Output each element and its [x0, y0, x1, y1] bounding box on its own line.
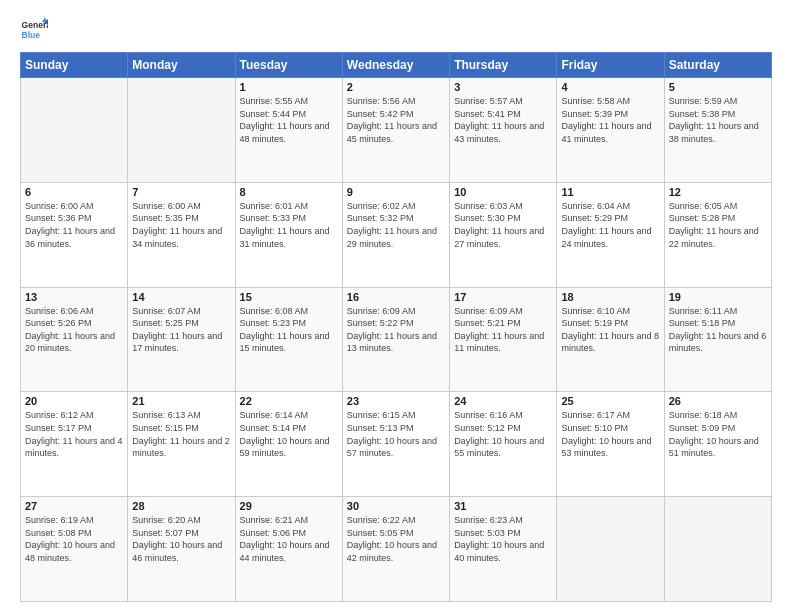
- calendar-day-5: 5Sunrise: 5:59 AMSunset: 5:38 PMDaylight…: [664, 78, 771, 183]
- cell-content-line: Daylight: 11 hours and 11 minutes.: [454, 330, 552, 355]
- calendar-week-2: 6Sunrise: 6:00 AMSunset: 5:36 PMDaylight…: [21, 182, 772, 287]
- cell-content-line: Daylight: 11 hours and 38 minutes.: [669, 120, 767, 145]
- calendar-day-23: 23Sunrise: 6:15 AMSunset: 5:13 PMDayligh…: [342, 392, 449, 497]
- cell-content-line: Sunset: 5:30 PM: [454, 212, 552, 225]
- day-number: 18: [561, 291, 659, 303]
- calendar-day-6: 6Sunrise: 6:00 AMSunset: 5:36 PMDaylight…: [21, 182, 128, 287]
- cell-content-line: Sunset: 5:26 PM: [25, 317, 123, 330]
- day-number: 19: [669, 291, 767, 303]
- cell-content-line: Sunset: 5:44 PM: [240, 108, 338, 121]
- day-number: 2: [347, 81, 445, 93]
- calendar-day-29: 29Sunrise: 6:21 AMSunset: 5:06 PMDayligh…: [235, 497, 342, 602]
- cell-content-line: Daylight: 10 hours and 57 minutes.: [347, 435, 445, 460]
- cell-content-line: Daylight: 10 hours and 46 minutes.: [132, 539, 230, 564]
- day-number: 8: [240, 186, 338, 198]
- calendar-day-2: 2Sunrise: 5:56 AMSunset: 5:42 PMDaylight…: [342, 78, 449, 183]
- empty-cell: [664, 497, 771, 602]
- calendar-day-13: 13Sunrise: 6:06 AMSunset: 5:26 PMDayligh…: [21, 287, 128, 392]
- header: General Blue: [20, 16, 772, 44]
- cell-content-line: Sunset: 5:17 PM: [25, 422, 123, 435]
- svg-text:Blue: Blue: [22, 30, 41, 40]
- cell-content-line: Daylight: 11 hours and 8 minutes.: [561, 330, 659, 355]
- calendar-week-1: 1Sunrise: 5:55 AMSunset: 5:44 PMDaylight…: [21, 78, 772, 183]
- col-header-thursday: Thursday: [450, 53, 557, 78]
- cell-content-line: Sunrise: 5:56 AM: [347, 95, 445, 108]
- day-number: 26: [669, 395, 767, 407]
- day-number: 17: [454, 291, 552, 303]
- day-number: 28: [132, 500, 230, 512]
- day-number: 6: [25, 186, 123, 198]
- cell-content-line: Sunrise: 6:23 AM: [454, 514, 552, 527]
- cell-content-line: Daylight: 11 hours and 6 minutes.: [669, 330, 767, 355]
- cell-content-line: Sunrise: 6:01 AM: [240, 200, 338, 213]
- cell-content-line: Daylight: 11 hours and 20 minutes.: [25, 330, 123, 355]
- cell-content-line: Sunrise: 6:18 AM: [669, 409, 767, 422]
- cell-content-line: Sunrise: 6:20 AM: [132, 514, 230, 527]
- cell-content-line: Sunset: 5:14 PM: [240, 422, 338, 435]
- col-header-sunday: Sunday: [21, 53, 128, 78]
- cell-content-line: Daylight: 10 hours and 53 minutes.: [561, 435, 659, 460]
- cell-content-line: Sunrise: 6:19 AM: [25, 514, 123, 527]
- cell-content-line: Sunset: 5:36 PM: [25, 212, 123, 225]
- cell-content-line: Sunset: 5:05 PM: [347, 527, 445, 540]
- cell-content-line: Daylight: 11 hours and 41 minutes.: [561, 120, 659, 145]
- calendar-day-10: 10Sunrise: 6:03 AMSunset: 5:30 PMDayligh…: [450, 182, 557, 287]
- cell-content-line: Sunset: 5:13 PM: [347, 422, 445, 435]
- cell-content-line: Daylight: 11 hours and 13 minutes.: [347, 330, 445, 355]
- day-number: 30: [347, 500, 445, 512]
- day-number: 21: [132, 395, 230, 407]
- calendar-week-5: 27Sunrise: 6:19 AMSunset: 5:08 PMDayligh…: [21, 497, 772, 602]
- cell-content-line: Sunrise: 6:21 AM: [240, 514, 338, 527]
- cell-content-line: Daylight: 10 hours and 42 minutes.: [347, 539, 445, 564]
- cell-content-line: Sunrise: 6:22 AM: [347, 514, 445, 527]
- cell-content-line: Sunrise: 5:57 AM: [454, 95, 552, 108]
- day-number: 15: [240, 291, 338, 303]
- cell-content-line: Sunset: 5:22 PM: [347, 317, 445, 330]
- cell-content-line: Daylight: 11 hours and 27 minutes.: [454, 225, 552, 250]
- calendar-table: SundayMondayTuesdayWednesdayThursdayFrid…: [20, 52, 772, 602]
- cell-content-line: Sunrise: 6:05 AM: [669, 200, 767, 213]
- cell-content-line: Daylight: 11 hours and 22 minutes.: [669, 225, 767, 250]
- cell-content-line: Daylight: 10 hours and 55 minutes.: [454, 435, 552, 460]
- cell-content-line: Daylight: 11 hours and 31 minutes.: [240, 225, 338, 250]
- col-header-saturday: Saturday: [664, 53, 771, 78]
- cell-content-line: Daylight: 11 hours and 24 minutes.: [561, 225, 659, 250]
- cell-content-line: Daylight: 11 hours and 45 minutes.: [347, 120, 445, 145]
- cell-content-line: Sunrise: 6:12 AM: [25, 409, 123, 422]
- calendar-day-31: 31Sunrise: 6:23 AMSunset: 5:03 PMDayligh…: [450, 497, 557, 602]
- cell-content-line: Sunrise: 6:10 AM: [561, 305, 659, 318]
- cell-content-line: Sunset: 5:10 PM: [561, 422, 659, 435]
- calendar-day-26: 26Sunrise: 6:18 AMSunset: 5:09 PMDayligh…: [664, 392, 771, 497]
- cell-content-line: Daylight: 10 hours and 44 minutes.: [240, 539, 338, 564]
- cell-content-line: Sunrise: 5:59 AM: [669, 95, 767, 108]
- day-number: 4: [561, 81, 659, 93]
- day-number: 11: [561, 186, 659, 198]
- cell-content-line: Sunset: 5:06 PM: [240, 527, 338, 540]
- calendar-day-21: 21Sunrise: 6:13 AMSunset: 5:15 PMDayligh…: [128, 392, 235, 497]
- calendar-week-4: 20Sunrise: 6:12 AMSunset: 5:17 PMDayligh…: [21, 392, 772, 497]
- cell-content-line: Sunrise: 5:58 AM: [561, 95, 659, 108]
- col-header-friday: Friday: [557, 53, 664, 78]
- cell-content-line: Sunrise: 6:16 AM: [454, 409, 552, 422]
- calendar-day-16: 16Sunrise: 6:09 AMSunset: 5:22 PMDayligh…: [342, 287, 449, 392]
- calendar-day-25: 25Sunrise: 6:17 AMSunset: 5:10 PMDayligh…: [557, 392, 664, 497]
- day-number: 7: [132, 186, 230, 198]
- day-number: 27: [25, 500, 123, 512]
- cell-content-line: Daylight: 11 hours and 36 minutes.: [25, 225, 123, 250]
- cell-content-line: Daylight: 11 hours and 4 minutes.: [25, 435, 123, 460]
- cell-content-line: Sunrise: 6:17 AM: [561, 409, 659, 422]
- cell-content-line: Sunrise: 5:55 AM: [240, 95, 338, 108]
- day-number: 9: [347, 186, 445, 198]
- calendar-day-9: 9Sunrise: 6:02 AMSunset: 5:32 PMDaylight…: [342, 182, 449, 287]
- cell-content-line: Sunset: 5:39 PM: [561, 108, 659, 121]
- day-number: 16: [347, 291, 445, 303]
- calendar-day-27: 27Sunrise: 6:19 AMSunset: 5:08 PMDayligh…: [21, 497, 128, 602]
- cell-content-line: Sunrise: 6:13 AM: [132, 409, 230, 422]
- calendar-week-3: 13Sunrise: 6:06 AMSunset: 5:26 PMDayligh…: [21, 287, 772, 392]
- cell-content-line: Sunrise: 6:04 AM: [561, 200, 659, 213]
- cell-content-line: Sunset: 5:28 PM: [669, 212, 767, 225]
- day-number: 13: [25, 291, 123, 303]
- cell-content-line: Sunset: 5:38 PM: [669, 108, 767, 121]
- cell-content-line: Sunrise: 6:00 AM: [25, 200, 123, 213]
- cell-content-line: Sunset: 5:12 PM: [454, 422, 552, 435]
